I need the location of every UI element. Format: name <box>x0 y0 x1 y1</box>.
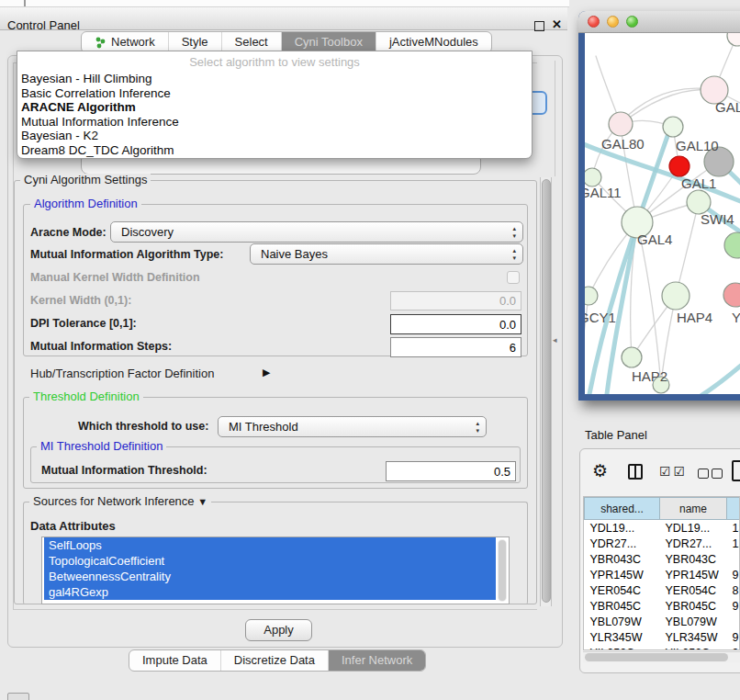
gear-icon[interactable]: ⚙ <box>592 460 608 481</box>
dropdown-item-mutual-information-inference[interactable]: Mutual Information Inference <box>19 115 530 130</box>
data-attributes-list[interactable]: SelfLoopsTopologicalCoefficientBetweenne… <box>41 536 510 604</box>
which-threshold-label: Which threshold to use: <box>78 420 208 433</box>
mi-threshold-field[interactable] <box>386 461 516 481</box>
dropdown-item-basic-correlation-inference[interactable]: Basic Correlation Inference <box>19 86 530 101</box>
network-node-label: Y <box>732 310 740 325</box>
kernel-width-field[interactable] <box>390 291 521 310</box>
show-columns-icon[interactable]: ☑☑ <box>659 464 688 479</box>
zoom-traffic-light-icon[interactable] <box>626 16 638 28</box>
attributes-scrollbar[interactable] <box>498 539 507 602</box>
manual-kernel-label: Manual Kernel Width Definition <box>30 271 200 284</box>
tab-label: jActiveMNodules <box>389 32 478 52</box>
aracne-mode-combo[interactable]: Discovery ▴▾ <box>110 221 523 243</box>
divider-handle-icon[interactable]: ◂ <box>553 335 557 344</box>
apply-button[interactable]: Apply <box>245 619 312 641</box>
minimized-panel-chip[interactable] <box>7 693 29 700</box>
tab-impute-data[interactable]: Impute Data <box>129 650 221 671</box>
algorithm-dropdown-popup: Select algorithm to view settings Bayesi… <box>17 51 533 159</box>
hub-section-label[interactable]: Hub/Transcription Factor Definition <box>30 367 214 380</box>
settings-scrollbar-thumb[interactable] <box>542 179 551 603</box>
tab-style[interactable]: Style <box>169 32 222 52</box>
table-row[interactable]: YER054CYER054C8. <box>585 582 740 598</box>
table-cell: 9. <box>727 629 740 645</box>
network-node[interactable] <box>723 283 740 307</box>
dpi-tolerance-field[interactable] <box>390 314 521 334</box>
attribute-item-gal4rgexp[interactable]: gal4RGexp <box>44 584 496 600</box>
network-node[interactable] <box>663 117 683 137</box>
spinner-arrows-icon: ▴▾ <box>476 420 479 435</box>
table-row[interactable]: YBR043CYBR043C <box>585 551 740 567</box>
network-node-label: GAL11 <box>585 185 622 200</box>
split-columns-bar <box>634 466 636 478</box>
attribute-item-topologicalcoefficient[interactable]: TopologicalCoefficient <box>44 553 496 569</box>
network-window-titlebar[interactable] <box>578 11 740 33</box>
network-edge[interactable] <box>676 202 699 296</box>
dropdown-item-bayesian-hill-climbing[interactable]: Bayesian - Hill Climbing <box>19 72 530 86</box>
network-node[interactable] <box>622 347 642 367</box>
dropdown-item-dream8-dc-tdc-algorithm[interactable]: Dream8 DC_TDC Algorithm <box>19 143 530 158</box>
network-canvas[interactable]: GALGAL80GAL10GAL11GAL1SWI4GAL4GCY1HAP4YH… <box>585 33 740 394</box>
document-icon[interactable] <box>732 460 740 481</box>
close-traffic-light-icon[interactable] <box>588 16 600 28</box>
table-panel-title: Table Panel <box>585 428 647 442</box>
table-cell: 9. <box>727 598 740 614</box>
close-icon[interactable]: ✕ <box>552 17 562 31</box>
table-cell <box>727 551 740 567</box>
attribute-item-selfloops[interactable]: SelfLoops <box>44 537 496 553</box>
expand-right-icon[interactable]: ▶ <box>263 367 270 378</box>
node-table[interactable]: shared...name YDL19...YDL19...13YDR27...… <box>583 496 740 650</box>
network-node[interactable] <box>662 282 690 310</box>
manual-kernel-checkbox[interactable] <box>507 271 520 284</box>
which-threshold-value: MI Threshold <box>229 420 298 434</box>
tab-select[interactable]: Select <box>222 32 282 52</box>
network-node[interactable] <box>724 232 740 258</box>
network-node[interactable] <box>585 287 598 305</box>
top-strip <box>0 0 569 7</box>
table-row[interactable]: YBR045CYBR045C9. <box>585 598 740 614</box>
hide-columns-icon[interactable] <box>712 469 723 479</box>
table-row[interactable]: YLR345WYLR345W9. <box>585 629 740 645</box>
network-node-label: SWI4 <box>701 211 734 227</box>
column-header-name[interactable]: name <box>660 498 727 520</box>
mi-type-combo[interactable]: Naive Bayes ▴▾ <box>250 243 523 265</box>
table-row[interactable]: YBL079WYBL079W <box>585 614 740 629</box>
network-node[interactable] <box>609 112 633 136</box>
collapse-down-icon[interactable]: ▼ <box>197 496 207 507</box>
top-strip-tick <box>24 0 26 6</box>
table-row[interactable]: YDL19...YDL19...13 <box>585 520 740 536</box>
attribute-item-betweennesscentrality[interactable]: BetweennessCentrality <box>44 569 496 584</box>
panel-border-line <box>555 61 555 176</box>
table-row[interactable]: YDR27...YDR27...12 <box>585 536 740 551</box>
table-horizontal-scrollbar[interactable] <box>583 651 740 662</box>
network-edge-highlight[interactable] <box>693 336 740 394</box>
attributes-scrollbar-thumb[interactable] <box>499 540 506 601</box>
mi-steps-field[interactable] <box>390 337 521 357</box>
tab-jactivemnodules[interactable]: jActiveMNodules <box>376 32 491 52</box>
table-row[interactable]: YPR145WYPR145W9. <box>585 567 740 582</box>
table-cell: 9. <box>727 567 740 582</box>
network-graph[interactable]: GALGAL80GAL10GAL11GAL1SWI4GAL4GCY1HAP4YH… <box>585 33 740 394</box>
dropdown-item-aracne-algorithm[interactable]: ARACNE Algorithm <box>19 100 530 115</box>
tab-infer-network[interactable]: Infer Network <box>329 650 425 671</box>
minimize-traffic-light-icon[interactable] <box>607 16 619 28</box>
table-row[interactable]: YIL052CYIL052C9 <box>585 645 740 650</box>
table-cell: YBL079W <box>660 614 727 629</box>
hide-columns-icon[interactable] <box>698 469 709 479</box>
network-node[interactable] <box>585 168 601 186</box>
network-node[interactable] <box>669 156 690 176</box>
split-columns-icon[interactable] <box>628 464 643 480</box>
which-threshold-combo[interactable]: MI Threshold ▴▾ <box>218 416 487 437</box>
table-horizontal-scrollbar-thumb[interactable] <box>585 653 728 661</box>
dropdown-item-bayesian-k2[interactable]: Bayesian - K2 <box>19 129 530 143</box>
network-edge[interactable] <box>592 88 714 177</box>
column-header-shared[interactable]: shared... <box>585 498 660 520</box>
float-icon[interactable] <box>534 21 544 31</box>
tab-discretize-data[interactable]: Discretize Data <box>221 650 329 671</box>
tab-network[interactable]: Network <box>82 32 169 52</box>
mi-steps-label: Mutual Information Steps: <box>30 340 172 353</box>
algorithm-dropdown-placeholder: Select algorithm to view settings <box>17 55 532 69</box>
sources-group-title: Sources for Network Inference ▼ <box>29 495 211 508</box>
column-header-2[interactable] <box>727 498 740 520</box>
tab-cyni-toolbox[interactable]: Cyni Toolbox <box>282 32 376 52</box>
network-node[interactable] <box>727 33 740 46</box>
